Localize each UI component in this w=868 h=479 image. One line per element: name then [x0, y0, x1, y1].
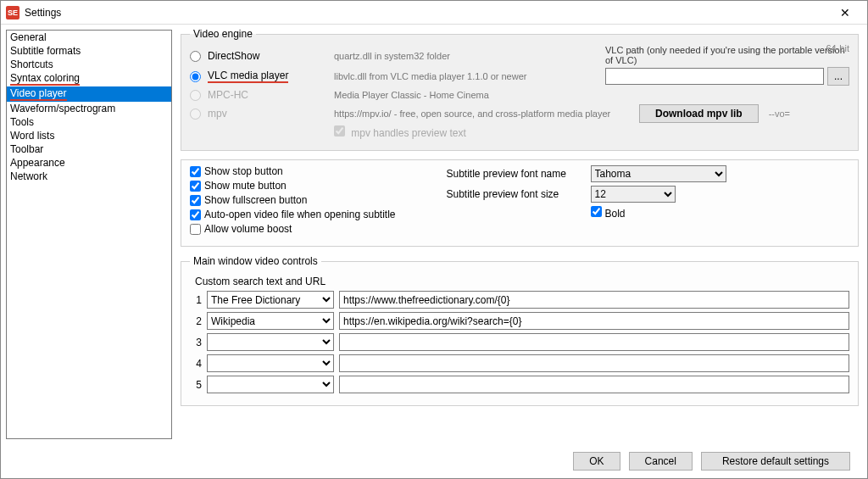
- radio-mpv: mpv: [190, 108, 334, 120]
- search-name-combo-1[interactable]: The Free Dictionary: [207, 291, 334, 309]
- search-row-3: 3: [190, 333, 849, 351]
- search-row-num: 5: [190, 379, 202, 391]
- radio-directshow[interactable]: DirectShow: [190, 50, 334, 62]
- mpc-hc-desc: Media Player Classic - Home Cinema: [334, 90, 605, 100]
- search-row-num: 1: [190, 294, 202, 306]
- close-icon[interactable]: ✕: [828, 6, 862, 19]
- search-row-1: 1The Free Dictionary: [190, 291, 849, 309]
- sidebar: GeneralSubtitle formatsShortcutsSyntax c…: [6, 30, 172, 439]
- bold-label: Bold: [605, 208, 626, 220]
- sidebar-item-waveform-spectrogram[interactable]: Waveform/spectrogram: [7, 102, 171, 115]
- sidebar-item-word-lists[interactable]: Word lists: [7, 129, 171, 142]
- options-group: Show stop button Show mute button Show f…: [181, 159, 859, 247]
- search-url-input-2[interactable]: [339, 312, 849, 330]
- search-name-combo-5[interactable]: [207, 376, 334, 393]
- vlc-path-browse-button[interactable]: ...: [827, 67, 849, 86]
- radio-mpc-hc: MPC-HC: [190, 89, 334, 101]
- search-url-input-3[interactable]: [339, 333, 849, 351]
- ok-button[interactable]: OK: [573, 452, 620, 471]
- main-window-video-controls-group: Main window video controls Custom search…: [181, 255, 859, 406]
- restore-defaults-button[interactable]: Restore default settings: [701, 452, 850, 471]
- volume-boost-label: Allow volume boost: [204, 223, 292, 235]
- main-window-video-controls-legend: Main window video controls: [190, 255, 321, 267]
- bold-checkbox[interactable]: Bold: [591, 206, 626, 220]
- radio-vlc-label: VLC media player: [208, 70, 288, 83]
- sidebar-item-subtitle-formats[interactable]: Subtitle formats: [7, 44, 171, 58]
- search-name-combo-3[interactable]: [207, 333, 334, 351]
- show-mute-label: Show mute button: [204, 180, 287, 192]
- search-row-num: 3: [190, 337, 202, 348]
- show-fullscreen-label: Show fullscreen button: [204, 194, 307, 206]
- sidebar-item-tools[interactable]: Tools: [7, 115, 171, 129]
- preview-font-name-label: Subtitle preview font name: [447, 168, 582, 180]
- arch-label: 64-bit: [826, 43, 849, 53]
- window-title: Settings: [25, 7, 828, 19]
- autoopen-label: Auto-open video file when opening subtit…: [204, 209, 396, 220]
- vlc-path-label: VLC path (only needed if you're using th…: [605, 45, 849, 65]
- settings-window: SE Settings ✕ GeneralSubtitle formatsSho…: [0, 0, 868, 479]
- volume-boost-checkbox[interactable]: Allow volume boost: [190, 223, 396, 235]
- sidebar-item-general[interactable]: General: [7, 31, 171, 44]
- video-engine-group: Video engine 64-bit DirectShow quartz.dl…: [181, 28, 859, 151]
- search-row-2: 2Wikipedia: [190, 312, 849, 330]
- cancel-button[interactable]: Cancel: [629, 452, 693, 471]
- radio-mpc-hc-label: MPC-HC: [208, 89, 248, 101]
- search-name-combo-4[interactable]: [207, 354, 334, 372]
- app-icon: SE: [6, 6, 19, 19]
- mpv-preview-checkbox: mpv handles preview text: [334, 127, 466, 139]
- search-url-input-4[interactable]: [339, 354, 849, 372]
- video-engine-legend: Video engine: [190, 28, 256, 40]
- search-row-num: 4: [190, 358, 202, 370]
- preview-font-size-combo[interactable]: 12: [591, 186, 676, 203]
- content-pane: Video engine 64-bit DirectShow quartz.dl…: [172, 25, 867, 444]
- vo-label: --vo=: [769, 109, 790, 119]
- preview-font-size-label: Subtitle preview font size: [447, 188, 582, 200]
- vlc-desc: libvlc.dll from VLC media player 1.1.0 o…: [334, 71, 605, 81]
- sidebar-item-toolbar[interactable]: Toolbar: [7, 142, 171, 156]
- show-stop-label: Show stop button: [204, 165, 283, 177]
- search-row-num: 2: [190, 315, 202, 327]
- search-url-input-5[interactable]: [339, 376, 849, 393]
- vlc-path-input[interactable]: [605, 68, 824, 85]
- radio-directshow-label: DirectShow: [208, 50, 259, 62]
- titlebar: SE Settings ✕: [1, 1, 867, 25]
- footer: OK Cancel Restore default settings: [1, 444, 867, 478]
- mpv-desc: https://mpv.io/ - free, open source, and…: [334, 109, 639, 119]
- show-fullscreen-checkbox[interactable]: Show fullscreen button: [190, 194, 396, 206]
- download-mpv-button[interactable]: Download mpv lib: [639, 104, 759, 123]
- search-row-5: 5: [190, 376, 849, 393]
- radio-vlc[interactable]: VLC media player: [190, 70, 334, 83]
- show-mute-checkbox[interactable]: Show mute button: [190, 180, 396, 192]
- sidebar-item-appearance[interactable]: Appearance: [7, 156, 171, 170]
- autoopen-checkbox[interactable]: Auto-open video file when opening subtit…: [190, 209, 396, 220]
- sidebar-item-syntax-coloring[interactable]: Syntax coloring: [7, 71, 171, 86]
- sidebar-item-video-player[interactable]: Video player: [7, 86, 171, 102]
- search-name-combo-2[interactable]: Wikipedia: [207, 312, 334, 330]
- search-row-4: 4: [190, 354, 849, 372]
- sidebar-item-network[interactable]: Network: [7, 170, 171, 183]
- show-stop-checkbox[interactable]: Show stop button: [190, 165, 396, 177]
- directshow-desc: quartz.dll in system32 folder: [334, 51, 605, 61]
- mpv-preview-label: mpv handles preview text: [351, 127, 465, 139]
- preview-font-name-combo[interactable]: Tahoma: [591, 165, 726, 182]
- search-url-input-1[interactable]: [339, 291, 849, 309]
- custom-search-subtitle: Custom search text and URL: [195, 276, 849, 287]
- radio-mpv-label: mpv: [208, 108, 227, 120]
- sidebar-item-shortcuts[interactable]: Shortcuts: [7, 58, 171, 71]
